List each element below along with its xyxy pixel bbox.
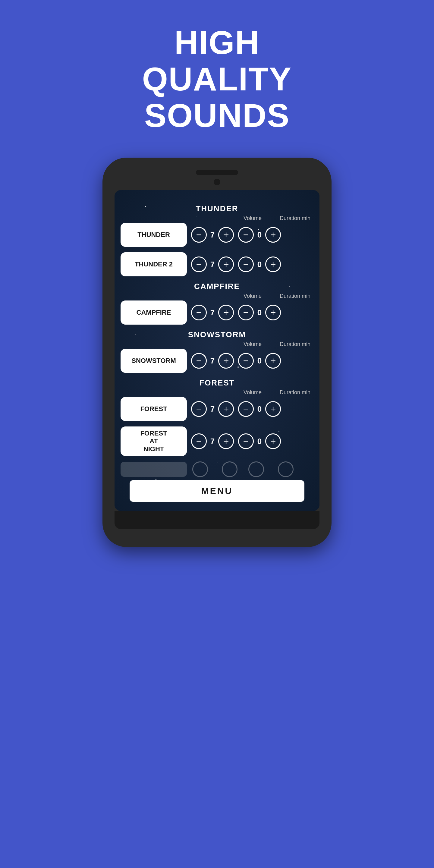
forest-button[interactable]: FOREST [121, 397, 187, 421]
campfire-volume-label: Volume [244, 293, 261, 299]
forest-duration-label: Duration min [280, 390, 310, 396]
campfire-vol-dec[interactable]: − [191, 305, 207, 320]
forest-at-night-button[interactable]: FOREST AT NIGHT [121, 427, 187, 456]
forest-dur-dec[interactable]: − [238, 401, 254, 417]
campfire-dur-dec[interactable]: − [238, 305, 254, 320]
snowstorm-button[interactable]: SNOWSTORM [121, 349, 187, 373]
thunder-vol-inc[interactable]: + [218, 227, 234, 243]
forest-at-night-dur-dec[interactable]: − [238, 433, 254, 449]
thunder2-vol-dec[interactable]: − [191, 256, 207, 272]
snowstorm-duration-controls: − 0 + [238, 353, 281, 369]
snowstorm-dur-inc[interactable]: + [265, 353, 281, 369]
campfire-button[interactable]: CAMPFIRE [121, 301, 187, 324]
snowstorm-duration-label: Duration min [280, 341, 310, 347]
volume-label: Volume [244, 215, 261, 221]
thunder-vol-value: 7 [208, 230, 217, 240]
forest-dur-value: 0 [255, 404, 264, 414]
forest-volume-label: Volume [244, 390, 261, 396]
phone-speaker [196, 170, 238, 175]
forest-dur-inc[interactable]: + [265, 401, 281, 417]
thunder-dur-inc[interactable]: + [265, 227, 281, 243]
sound-row-snowstorm: SNOWSTORM − 7 + − 0 + [121, 349, 313, 373]
snowstorm-volume-controls: − 7 + [191, 353, 234, 369]
forest-at-night-dur-value: 0 [255, 437, 264, 446]
sound-row-forest: FOREST − 7 + − 0 + [121, 397, 313, 421]
thunder2-dur-inc[interactable]: + [265, 256, 281, 272]
thunder-vol-dec[interactable]: − [191, 227, 207, 243]
menu-label: MENU [201, 486, 233, 496]
section-snowstorm-header: SNOWSTORM [121, 330, 313, 339]
forest-volume-controls: − 7 + [191, 401, 234, 417]
forest-vol-dec[interactable]: − [191, 401, 207, 417]
phone-screen: THUNDER Volume Duration min THUNDER − 7 … [115, 190, 319, 511]
forest-at-night-duration-controls: − 0 + [238, 433, 281, 449]
snowstorm-vol-inc[interactable]: + [218, 353, 234, 369]
thunder-dur-value: 0 [255, 230, 264, 240]
phone-frame: THUNDER Volume Duration min THUNDER − 7 … [102, 158, 332, 547]
thunder2-button[interactable]: THUNDER 2 [121, 252, 187, 276]
forest-at-night-dur-inc[interactable]: + [265, 433, 281, 449]
thunder2-vol-value: 7 [208, 260, 217, 269]
campfire-duration-controls: − 0 + [238, 305, 281, 320]
section-thunder-header: THUNDER [121, 204, 313, 213]
forest-duration-controls: − 0 + [238, 401, 281, 417]
phone-bottom-bar [115, 511, 319, 529]
campfire-volume-controls: − 7 + [191, 305, 234, 320]
thunder-dur-dec[interactable]: − [238, 227, 254, 243]
forest-vol-value: 7 [208, 404, 217, 414]
forest-vol-inc[interactable]: + [218, 401, 234, 417]
thunder2-dur-value: 0 [255, 260, 264, 269]
partial-sound-row [121, 461, 313, 477]
thunder-button[interactable]: THUNDER [121, 223, 187, 247]
forest-at-night-vol-dec[interactable]: − [191, 433, 207, 449]
forest-at-night-vol-inc[interactable]: + [218, 433, 234, 449]
campfire-dur-inc[interactable]: + [265, 305, 281, 320]
forest-at-night-volume-controls: − 7 + [191, 433, 234, 449]
duration-label: Duration min [280, 215, 310, 221]
thunder-volume-controls: − 7 + [191, 227, 234, 243]
thunder2-volume-controls: − 7 + [191, 256, 234, 272]
section-forest-header: FOREST [121, 378, 313, 388]
thunder2-duration-controls: − 0 + [238, 256, 281, 272]
sound-row-campfire: CAMPFIRE − 7 + − 0 + [121, 301, 313, 324]
thunder2-vol-inc[interactable]: + [218, 256, 234, 272]
snowstorm-vol-dec[interactable]: − [191, 353, 207, 369]
menu-bar[interactable]: MENU [130, 480, 304, 502]
thunder2-dur-dec[interactable]: − [238, 256, 254, 272]
forest-at-night-vol-value: 7 [208, 437, 217, 446]
campfire-duration-label: Duration min [280, 293, 310, 299]
snowstorm-dur-value: 0 [255, 356, 264, 366]
campfire-dur-value: 0 [255, 308, 264, 317]
snowstorm-vol-value: 7 [208, 356, 217, 366]
sound-row-forest-at-night: FOREST AT NIGHT − 7 + − 0 + [121, 427, 313, 456]
snowstorm-volume-label: Volume [244, 341, 261, 347]
page-title: HIGH QUALITY SOUNDS [142, 24, 292, 133]
phone-camera [214, 179, 220, 185]
thunder-duration-controls: − 0 + [238, 227, 281, 243]
campfire-vol-inc[interactable]: + [218, 305, 234, 320]
sound-row-thunder2: THUNDER 2 − 7 + − 0 + [121, 252, 313, 276]
campfire-vol-value: 7 [208, 308, 217, 317]
section-campfire-header: CAMPFIRE [121, 282, 313, 291]
sound-row-thunder: THUNDER − 7 + − 0 + [121, 223, 313, 247]
snowstorm-dur-dec[interactable]: − [238, 353, 254, 369]
